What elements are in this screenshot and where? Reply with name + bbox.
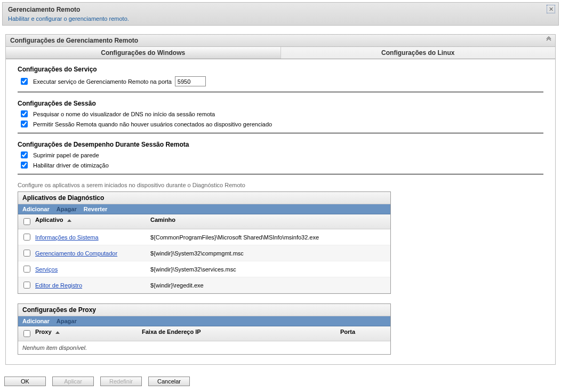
- divider: [18, 174, 543, 174]
- tab-windows[interactable]: Configurações do Windows: [6, 47, 281, 59]
- divider: [18, 92, 543, 92]
- perf-section-title: Configurações de Desempenho Durante Sess…: [18, 141, 543, 148]
- app-link[interactable]: Gerenciamento do Computador: [35, 250, 117, 257]
- diag-table: Aplicativos de Diagnóstico Adicionar Apa…: [18, 191, 391, 294]
- app-link[interactable]: Informações do Sistema: [35, 234, 99, 241]
- proxy-col-proxy-label: Proxy: [35, 329, 52, 335]
- proxy-empty-row: Nenhum item disponível.: [18, 341, 390, 354]
- collapse-icon[interactable]: [546, 36, 552, 44]
- opt-driver-label: Habilitar driver de otimização: [33, 162, 109, 169]
- reset-button[interactable]: Redefinir: [100, 377, 142, 386]
- proxy-col-range[interactable]: Faixa de Endereço IP: [139, 326, 337, 341]
- proxy-col-port[interactable]: Porta: [337, 326, 390, 341]
- proxy-col-proxy[interactable]: Proxy: [32, 326, 139, 341]
- sort-asc-icon: [55, 331, 60, 334]
- diag-action-bar: Adicionar Apagar Reverter: [18, 204, 390, 214]
- row-checkbox[interactable]: [23, 266, 30, 273]
- app-path: ${windir}\System32\compmgmt.msc: [147, 247, 390, 259]
- proxy-action-bar: Adicionar Apagar: [18, 316, 390, 326]
- row-checkbox[interactable]: [23, 282, 30, 289]
- button-row: OK Aplicar Redefinir Cancelar: [2, 377, 559, 386]
- diag-revert-link[interactable]: Reverter: [84, 206, 108, 212]
- config-panel-title: Configurações de Gerenciamento Remoto: [10, 37, 138, 44]
- config-panel: Configurações de Gerenciamento Remoto Co…: [5, 34, 556, 365]
- apply-button[interactable]: Aplicar: [52, 377, 94, 386]
- row-checkbox[interactable]: [23, 234, 30, 241]
- run-service-label: Executar serviço de Gerenciamento Remoto…: [33, 78, 172, 85]
- suppress-wallpaper-label: Suprimir papel de parede: [33, 152, 99, 158]
- diag-col-app[interactable]: Aplicativo: [32, 214, 147, 229]
- proxy-table-title: Configurações de Proxy: [18, 304, 390, 316]
- app-path: ${windir}\regedit.exe: [147, 279, 390, 291]
- config-panel-header: Configurações de Gerenciamento Remoto: [6, 35, 555, 47]
- dns-lookup-label: Pesquisar o nome do visualizador de DNS …: [33, 111, 215, 117]
- dns-lookup-checkbox[interactable]: [21, 110, 28, 117]
- app-path: ${CommonProgramFiles}\Microsoft Shared\M…: [147, 231, 390, 243]
- service-section-title: Configurações do Serviço: [18, 66, 543, 73]
- divider: [18, 133, 543, 133]
- page-header: Gerenciamento Remoto Habilitar e configu…: [2, 2, 559, 26]
- tabs: Configurações do Windows Configurações d…: [6, 47, 555, 59]
- app-path: ${windir}\System32\services.msc: [147, 263, 390, 275]
- proxy-add-link[interactable]: Adicionar: [22, 318, 50, 324]
- app-link[interactable]: Serviços: [35, 266, 58, 273]
- allow-remote-checkbox[interactable]: [21, 121, 28, 127]
- session-section-title: Configurações de Sessão: [18, 100, 543, 107]
- sort-asc-icon: [67, 219, 71, 222]
- diag-col-app-label: Aplicativo: [35, 217, 63, 223]
- table-row: Serviços${windir}\System32\services.msc: [18, 261, 390, 277]
- proxy-delete-link[interactable]: Apagar: [57, 318, 77, 324]
- diag-col-path[interactable]: Caminho: [147, 214, 390, 229]
- allow-remote-label: Permitir Sessão Remota quando não houver…: [33, 121, 272, 127]
- diag-select-all-checkbox[interactable]: [23, 218, 30, 225]
- row-checkbox[interactable]: [23, 250, 30, 257]
- proxy-table: Configurações de Proxy Adicionar Apagar …: [18, 303, 391, 355]
- ok-button[interactable]: OK: [4, 377, 46, 386]
- diag-col-header: Aplicativo Caminho: [18, 214, 390, 229]
- diag-delete-link[interactable]: Apagar: [57, 206, 77, 212]
- run-service-checkbox[interactable]: [21, 78, 28, 85]
- tab-linux[interactable]: Configurações do Linux: [281, 47, 556, 59]
- table-row: Informações do Sistema${CommonProgramFil…: [18, 229, 390, 245]
- opt-driver-checkbox[interactable]: [21, 162, 28, 169]
- suppress-wallpaper-checkbox[interactable]: [21, 151, 28, 158]
- page-description: Habilitar e configurar o gerenciamento r…: [8, 15, 553, 22]
- diag-add-link[interactable]: Adicionar: [22, 206, 50, 212]
- app-link[interactable]: Editor de Registro: [35, 282, 82, 289]
- page-title: Gerenciamento Remoto: [8, 6, 553, 13]
- proxy-col-header: Proxy Faixa de Endereço IP Porta: [18, 326, 390, 341]
- diag-table-title: Aplicativos de Diagnóstico: [18, 192, 390, 204]
- port-input[interactable]: [175, 76, 206, 86]
- cancel-button[interactable]: Cancelar: [148, 377, 190, 386]
- close-icon[interactable]: ✕: [547, 5, 555, 13]
- tab-content: Configurações do Serviço Executar serviç…: [6, 59, 555, 364]
- diag-help-text: Configure os aplicativos a serem iniciad…: [18, 182, 543, 188]
- table-row: Gerenciamento do Computador${windir}\Sys…: [18, 245, 390, 261]
- proxy-select-all-checkbox[interactable]: [23, 330, 30, 337]
- table-row: Editor de Registro${windir}\regedit.exe: [18, 277, 390, 293]
